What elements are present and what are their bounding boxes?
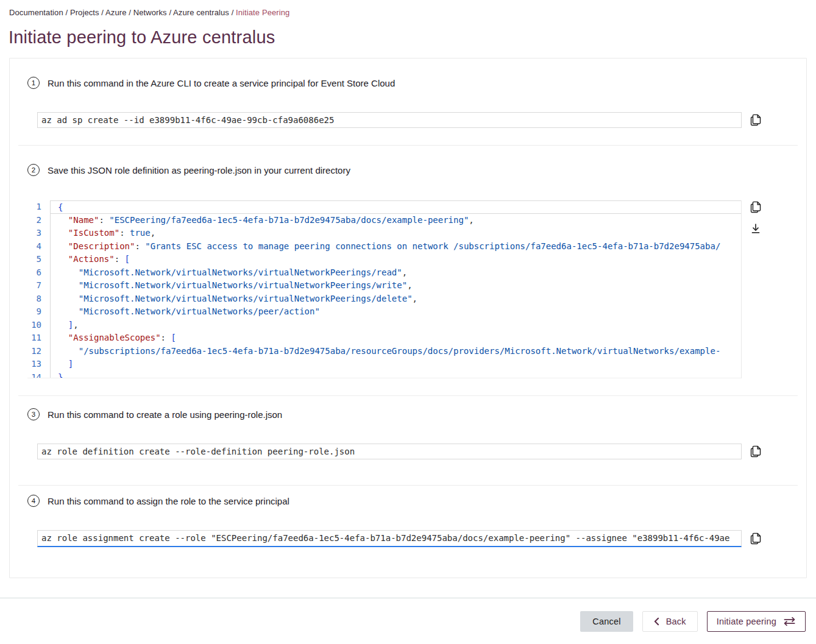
breadcrumb-item[interactable]: Projects [70,8,99,17]
line-number: 8 [27,292,50,306]
step-4-number-badge: 4 [27,495,40,507]
json-editor[interactable]: 1{2 "Name": "ESCPeering/fa7eed6a-1ec5-4e… [27,200,742,378]
line-number: 12 [27,345,50,358]
line-number: 2 [27,214,50,227]
json-code-line: 13 ] [27,358,741,371]
copy-icon [750,445,762,458]
line-number: 9 [27,305,50,319]
step-3-number-badge: 3 [27,408,40,420]
copy-icon [750,200,762,214]
initiate-peering-label: Initiate peering [717,617,776,626]
breadcrumb-item[interactable]: Networks [133,8,167,17]
json-code-line: 7 "Microsoft.Network/virtualNetworks/vir… [27,279,741,292]
json-code-line: 8 "Microsoft.Network/virtualNetworks/vir… [27,292,741,306]
line-number: 3 [27,227,50,240]
line-number: 6 [27,266,50,280]
step-3-instruction: Run this command to create a role using … [48,409,282,420]
step-1-section: 1 Run this command in the Azure CLI to c… [18,58,798,146]
line-number: 14 [27,371,50,379]
footer-actions: Cancel Back Initiate peering [0,598,816,632]
command-input-create-role[interactable]: az role definition create --role-definit… [37,444,742,459]
breadcrumb-item[interactable]: Azure [105,8,126,17]
json-code-line: 11 "AssignableScopes": [ [27,331,741,345]
breadcrumb-separator: / [127,8,133,17]
step-1-instruction: Run this command in the Azure CLI to cre… [48,78,395,88]
json-code-line: 2 "Name": "ESCPeering/fa7eed6a-1ec5-4efa… [27,214,741,227]
json-code-line: 10 ], [27,319,741,332]
line-number: 13 [27,358,50,371]
json-code-line: 1{ [27,200,741,214]
json-code-line: 5 "Actions": [ [27,253,741,266]
line-number: 7 [27,279,50,292]
json-code-line: 12 "/subscriptions/fa7eed6a-1ec5-4efa-b7… [27,345,741,358]
download-icon [750,222,762,235]
transfer-arrows-icon [783,617,796,626]
breadcrumb: Documentation / Projects / Azure / Netwo… [0,0,816,17]
breadcrumb-separator: / [229,8,236,17]
step-1-number-badge: 1 [27,77,40,89]
page-title: Initiate peering to Azure centralus [9,27,816,48]
copy-button[interactable] [750,200,762,214]
line-number: 11 [27,331,50,345]
json-code-line: 3 "IsCustom": true, [27,227,741,240]
back-button-label: Back [666,617,686,626]
download-button[interactable] [750,222,762,235]
line-number: 10 [27,319,50,332]
copy-button[interactable] [750,532,762,545]
step-2-instruction: Save this JSON role definition as peerin… [48,165,350,175]
breadcrumb-separator: / [63,8,70,17]
step-4-section: 4 Run this command to assign the role to… [18,486,798,578]
breadcrumb-item-current[interactable]: Initiate Peering [236,8,289,17]
step-3-section: 3 Run this command to create a role usin… [18,396,798,486]
command-input-assign-role[interactable]: az role assignment create --role "ESCPee… [37,530,742,547]
command-input-create-sp[interactable]: az ad sp create --id e3899b11-4f6c-49ae-… [37,112,742,128]
json-code-line: 6 "Microsoft.Network/virtualNetworks/vir… [27,266,741,280]
step-4-instruction: Run this command to assign the role to t… [48,496,289,506]
copy-button[interactable] [750,113,762,127]
breadcrumb-item[interactable]: Documentation [9,8,63,17]
line-number: 4 [27,240,50,253]
copy-icon [750,532,762,545]
step-2-section: 2 Save this JSON role definition as peer… [18,146,798,396]
breadcrumb-separator: / [167,8,173,17]
json-code-line: 9 "Microsoft.Network/virtualNetworks/pee… [27,305,741,319]
chevron-left-icon [654,617,659,626]
initiate-peering-button[interactable]: Initiate peering [707,611,806,632]
back-button[interactable]: Back [642,611,698,632]
cancel-button[interactable]: Cancel [580,611,633,632]
line-number: 1 [27,200,50,214]
copy-button[interactable] [750,445,762,458]
breadcrumb-item[interactable]: Azure centralus [173,8,229,17]
breadcrumb-separator: / [99,8,105,17]
json-code-line: 4 "Description": "Grants ESC access to m… [27,240,741,253]
line-number: 5 [27,253,50,266]
wizard-card: 1 Run this command in the Azure CLI to c… [9,58,807,578]
step-2-number-badge: 2 [27,164,40,176]
copy-icon [750,113,762,127]
json-code-line: 14} [27,371,741,379]
